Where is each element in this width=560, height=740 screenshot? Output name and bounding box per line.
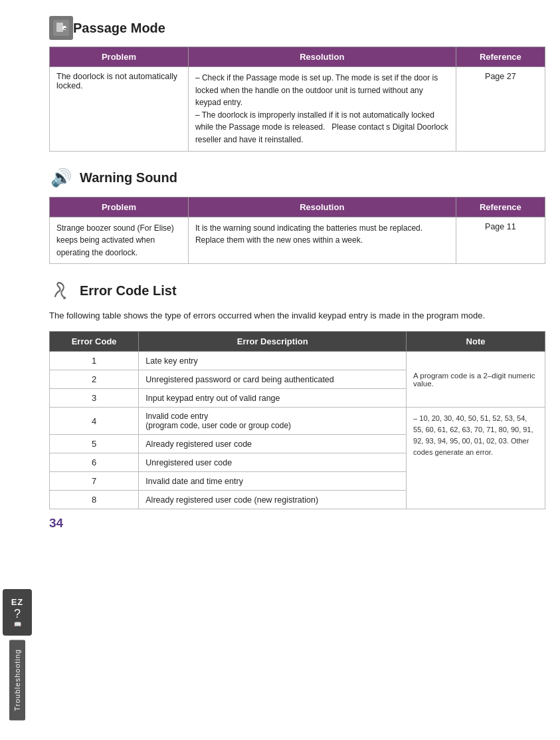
passage-problem-cell: The doorlock is not automatically locked… [50,67,189,152]
warning-sound-table: Problem Resolution Reference Strange boo… [49,197,545,265]
passage-reference-cell: Page 27 [456,67,545,152]
error-desc-4: Invalid code entry(program code, user co… [139,408,407,435]
passage-col-resolution: Resolution [188,47,456,67]
table-row: Strange boozer sound (For Elise) keeps b… [50,217,545,264]
main-content: Passage Mode Problem Resolution Referenc… [35,0,560,740]
error-col-note: Note [407,332,545,352]
error-note-bottom: – 10, 20, 30, 40, 50, 51, 52, 53, 54, 55… [407,408,545,509]
error-desc-1: Late key entry [139,352,407,370]
svg-rect-3 [64,28,67,29]
table-row: 4 Invalid code entry(program code, user … [50,408,545,435]
passage-col-problem: Problem [50,47,189,67]
page-number: 34 [49,516,545,531]
error-desc-3: Input keypad entry out of valid range [139,389,407,408]
warning-sound-header: 🔊 Warning Sound [49,166,545,190]
warning-problem-cell: Strange boozer sound (For Elise) keeps b… [50,217,189,264]
passage-col-reference: Reference [456,47,545,67]
error-desc-6: Unregistered user code [139,453,407,472]
error-code-4: 4 [50,408,139,435]
table-row: The doorlock is not automatically locked… [50,67,545,152]
passage-mode-icon [49,16,73,40]
warning-col-reference: Reference [456,197,545,217]
error-code-3: 3 [50,389,139,408]
error-desc-7: Invalid date and time entry [139,472,407,491]
error-col-description: Error Description [139,332,407,352]
sidebar-logo: EZ ? 📖 [11,597,24,628]
sidebar: EZ ? 📖 Troubleshooting [0,0,35,740]
error-code-2: 2 [50,370,139,389]
table-row: 1 Late key entry A program code is a 2–d… [50,352,545,370]
error-desc-8: Already registered user code (new regist… [139,491,407,509]
warning-col-problem: Problem [50,197,189,217]
error-code-7: 7 [50,472,139,491]
sidebar-tab: Troubleshooting [9,640,25,720]
error-code-6: 6 [50,453,139,472]
passage-mode-header: Passage Mode [49,16,545,40]
passage-mode-table: Problem Resolution Reference The doorloc… [49,47,545,152]
error-desc-5: Already registered user code [139,435,407,453]
error-code-intro: The following table shows the type of er… [49,309,545,323]
error-code-1: 1 [50,352,139,370]
passage-mode-title: Passage Mode [73,21,165,36]
svg-point-4 [63,297,66,299]
error-code-5: 5 [50,435,139,453]
error-note-top: A program code is a 2–digit numeric valu… [407,352,545,408]
error-code-table: Error Code Error Description Note 1 Late… [49,331,545,509]
error-code-title: Error Code List [80,283,177,299]
error-desc-2: Unregistered password or card being auth… [139,370,407,389]
error-code-icon [49,279,73,303]
warning-sound-title: Warning Sound [80,170,177,185]
error-code-8: 8 [50,491,139,509]
warning-resolution-cell: It is the warning sound indicating the b… [188,217,456,264]
passage-resolution-cell: – Check if the Passage mode is set up. T… [188,67,456,152]
error-code-header: Error Code List [49,279,545,303]
warning-reference-cell: Page 11 [456,217,545,264]
error-col-code: Error Code [50,332,139,352]
sidebar-icon-box: EZ ? 📖 [3,589,32,636]
warning-sound-icon: 🔊 [49,166,73,190]
warning-col-resolution: Resolution [188,197,456,217]
svg-rect-1 [56,23,63,32]
